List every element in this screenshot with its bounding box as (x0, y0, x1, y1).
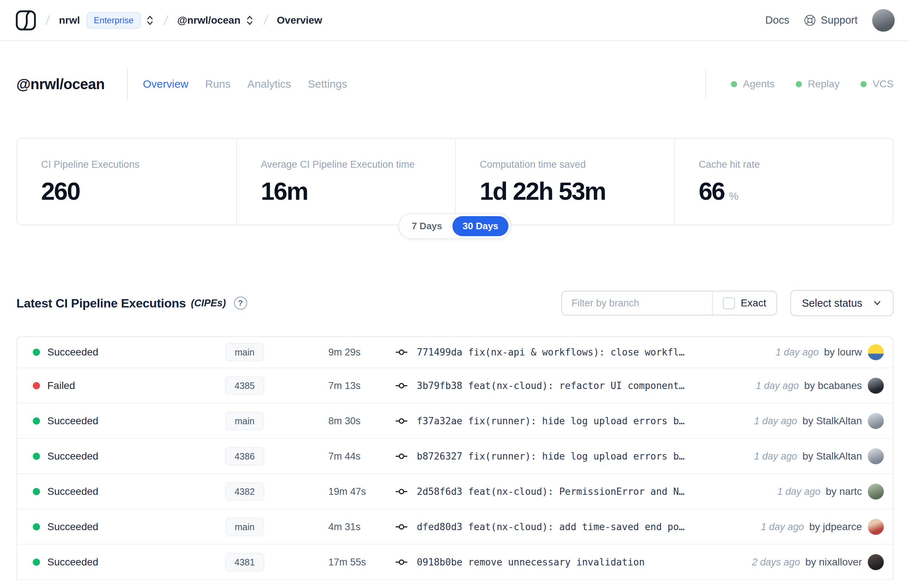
support-label: Support (821, 14, 858, 26)
exact-checkbox[interactable] (723, 297, 735, 309)
duration: 19m 47s (328, 486, 366, 497)
branch-chip: 4385 (225, 376, 264, 395)
stat-label: Computation time saved (480, 159, 674, 170)
tab-overview[interactable]: Overview (134, 73, 197, 95)
exact-filter-toggle[interactable]: Exact (712, 291, 776, 315)
indicator-vcs[interactable]: VCS (860, 78, 894, 90)
status-dot-icon (33, 559, 40, 566)
commit-message: dfed80d3 feat(nx-cloud): add time-saved … (417, 522, 685, 532)
branch-chip: main (225, 343, 264, 362)
author: by StalkAltan (803, 415, 862, 426)
cipe-row[interactable]: Succeeded 4382 19m 47s 2d58f6d3 feat(nx-… (17, 474, 893, 509)
range-option-30-days[interactable]: 30 Days (453, 216, 509, 236)
indicator-replay[interactable]: Replay (796, 78, 839, 90)
tab-settings[interactable]: Settings (299, 73, 356, 95)
nx-cloud-logo-icon[interactable] (15, 10, 36, 31)
stat-cache-hit-rate: Cache hit rate 66 % (674, 139, 893, 225)
stats-cards: CI Pipeline Executions 260 Average CI Pi… (16, 138, 894, 225)
git-commit-icon (396, 415, 407, 427)
breadcrumb-page: Overview (277, 15, 323, 26)
org-switcher-chevron-up-down-icon[interactable] (145, 14, 155, 27)
cipe-row[interactable]: Succeeded 4386 7m 44s b8726327 fix(runne… (17, 439, 893, 474)
status-select-button[interactable]: Select status (790, 290, 894, 316)
breadcrumb-separator: / (35, 13, 60, 28)
breadcrumb-separator: / (253, 13, 278, 28)
cipe-row[interactable]: Succeeded 4381 17m 55s 0918b0be remove u… (17, 545, 893, 580)
green-status-dot-icon (860, 81, 867, 87)
commit-message: 0918b0be remove unnecessary invalidation (417, 557, 645, 568)
cipes-title: Latest CI Pipeline Executions (16, 296, 186, 310)
stat-computation-time-saved: Computation time saved 1d 22h 53m (455, 139, 674, 225)
author-avatar (868, 448, 884, 464)
stats-section: CI Pipeline Executions 260 Average CI Pi… (16, 138, 894, 225)
time-ago: 1 day ago (776, 347, 819, 358)
service-indicators: Agents Replay VCS (705, 69, 894, 99)
cipe-row[interactable]: Succeeded main 8m 30s f37a32ae fix(runne… (17, 404, 893, 439)
status-dot-icon (33, 452, 40, 460)
row-meta: 1 day ago by StalkAltan (754, 415, 862, 427)
cipes-heading-row: Latest CI Pipeline Executions (CIPEs) ? … (16, 290, 894, 316)
row-meta: 1 day ago by nartc (777, 486, 862, 498)
author-avatar (868, 483, 884, 499)
navbar-actions: Docs Support (765, 9, 895, 32)
author: by jdpearce (809, 521, 862, 532)
time-ago: 1 day ago (777, 486, 821, 497)
time-ago: 2 days ago (752, 557, 800, 568)
docs-link[interactable]: Docs (765, 14, 789, 26)
help-question-circle-icon[interactable]: ? (234, 297, 247, 310)
duration: 9m 29s (328, 347, 361, 358)
breadcrumb-workspace[interactable]: @nrwl/ocean (177, 15, 241, 26)
stat-value: 66 (699, 177, 725, 205)
commit-message: f37a32ae fix(runner): hide log upload er… (417, 415, 685, 426)
duration: 17m 55s (328, 556, 366, 568)
indicator-agents[interactable]: Agents (731, 78, 774, 90)
green-status-dot-icon (796, 81, 802, 87)
time-ago: 1 day ago (754, 451, 797, 462)
stat-value-suffix: % (729, 190, 739, 202)
cipe-row[interactable]: Succeeded main 4m 31s dfed80d3 feat(nx-c… (17, 509, 893, 545)
time-ago: 1 day ago (761, 522, 804, 532)
git-commit-icon (396, 380, 407, 391)
enterprise-badge: Enterprise (87, 12, 141, 29)
cipe-row[interactable]: Succeeded main 9m 29s 771499da fix(nx-ap… (17, 337, 893, 368)
range-option-7-days[interactable]: 7 Days (401, 216, 453, 236)
author: by bcabanes (804, 380, 862, 391)
git-commit-icon (396, 486, 407, 498)
breadcrumb-org[interactable]: nrwl (59, 15, 80, 26)
support-link[interactable]: Support (804, 14, 858, 27)
author-avatar (868, 554, 884, 570)
status-dot-icon (33, 488, 40, 495)
cipe-row[interactable]: Failed 4385 7m 13s 3b79fb38 feat(nx-clou… (17, 368, 893, 404)
row-meta: 1 day ago by bcabanes (756, 380, 862, 391)
tab-analytics[interactable]: Analytics (239, 73, 299, 95)
row-meta: 1 day ago by lourw (776, 346, 862, 358)
workspace-tabs: Overview Runs Analytics Settings (134, 73, 356, 95)
tab-runs[interactable]: Runs (197, 73, 239, 95)
status-label: Failed (47, 380, 75, 391)
status-label: Succeeded (47, 346, 98, 358)
author-avatar (868, 519, 884, 535)
status-label: Succeeded (47, 521, 98, 533)
workspace-switcher-chevron-up-down-icon[interactable] (245, 14, 254, 27)
commit-message: 2d58f6d3 feat(nx-cloud): PermissionError… (417, 486, 685, 497)
top-navbar: / nrwl Enterprise / @nrwl/ocean / Overvi… (0, 0, 910, 41)
duration: 7m 13s (328, 380, 361, 391)
status-dot-icon (33, 349, 40, 356)
branch-chip: main (225, 517, 264, 536)
user-avatar[interactable] (872, 9, 895, 32)
indicator-label: Agents (743, 78, 774, 90)
cipes-filters: Exact Select status (561, 290, 894, 316)
cipes-table: Succeeded main 9m 29s 771499da fix(nx-ap… (16, 336, 894, 580)
git-commit-icon (396, 556, 407, 568)
chevron-down-icon (873, 298, 882, 308)
stat-label: Cache hit rate (699, 159, 893, 170)
status-label: Succeeded (47, 486, 98, 498)
duration: 8m 30s (328, 415, 361, 426)
branch-filter-input[interactable] (562, 291, 712, 315)
status-dot-icon (33, 382, 40, 389)
author: by StalkAltan (803, 451, 862, 462)
author: by nixallover (805, 556, 862, 568)
duration: 7m 44s (328, 451, 361, 462)
git-commit-icon (396, 346, 407, 358)
cipes-title-suffix: (CIPEs) (191, 298, 226, 309)
